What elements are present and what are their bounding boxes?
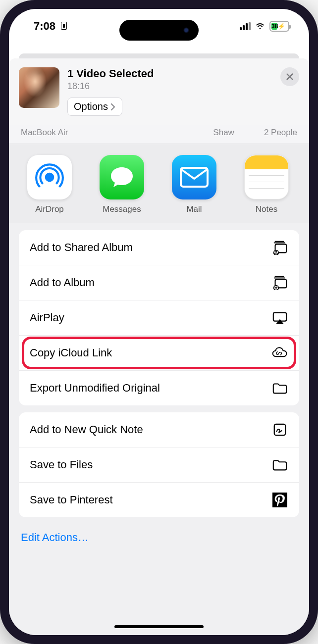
airdrop-target-label: MacBook Air (21, 128, 68, 137)
airdrop-targets-row[interactable]: MacBook Air Shaw 2 People (9, 125, 309, 144)
status-right: 38⚡ (240, 21, 289, 32)
app-airdrop[interactable]: AirDrop (18, 155, 81, 214)
add-album-icon (271, 275, 288, 290)
action-label: Save to Files (30, 458, 93, 471)
side-button (0, 119, 1, 139)
action-label: Add to Album (30, 276, 95, 289)
app-label: AirDrop (18, 204, 81, 214)
svg-point-4 (275, 251, 277, 252)
media-thumbnail[interactable] (19, 67, 59, 108)
messages-icon (100, 155, 144, 199)
chevron-right-icon (110, 103, 116, 111)
dynamic-island (119, 20, 199, 41)
action-add-shared-album[interactable]: Add to Shared Album (19, 230, 299, 265)
airdrop-target-label: 2 People (264, 128, 297, 137)
apps-row[interactable]: AirDrop Messages Mail (9, 144, 309, 223)
screen: 7:08 38⚡ 1 Video Selected 18:16 (9, 9, 309, 635)
action-label: Copy iCloud Link (30, 347, 112, 359)
wifi-icon (255, 21, 265, 32)
action-airplay[interactable]: AirPlay (19, 300, 299, 336)
battery-icon: 38⚡ (269, 21, 289, 32)
options-label: Options (74, 101, 108, 112)
close-button[interactable] (280, 67, 299, 86)
status-time-wrap: 7:08 (34, 20, 67, 33)
phone-frame: 7:08 38⚡ 1 Video Selected 18:16 (0, 0, 318, 644)
actions-wrap: Add to Shared Album Add to Album AirPlay… (9, 223, 309, 558)
action-save-files[interactable]: Save to Files (19, 447, 299, 483)
pinterest-icon (271, 493, 288, 507)
action-label: Export Unmodified Original (30, 382, 160, 395)
action-group: Add to New Quick Note Save to Files Save… (19, 412, 299, 517)
app-mail[interactable]: Mail (162, 155, 226, 214)
airdrop-target[interactable]: 2 People (264, 128, 297, 138)
action-label: Save to Pinterest (30, 494, 113, 506)
sheet-header: 1 Video Selected 18:16 Options (9, 58, 309, 125)
edit-actions-label: Edit Actions… (21, 531, 89, 544)
sheet-stack-indicator (19, 53, 299, 58)
options-button[interactable]: Options (67, 98, 122, 116)
header-title: 1 Video Selected (67, 67, 272, 80)
action-save-pinterest[interactable]: Save to Pinterest (19, 483, 299, 517)
action-label: Add to Shared Album (30, 241, 133, 254)
quick-note-icon (271, 422, 288, 437)
airdrop-target[interactable]: MacBook Air (21, 128, 68, 138)
volume-up-button (0, 153, 1, 191)
app-label: Mail (162, 204, 226, 214)
action-label: AirPlay (30, 311, 64, 324)
status-card-icon (61, 22, 67, 30)
header-time: 18:16 (67, 81, 272, 92)
svg-point-0 (46, 174, 53, 181)
app-label: Notes (235, 204, 298, 214)
action-add-album[interactable]: Add to Album (19, 265, 299, 300)
close-icon (285, 72, 294, 81)
app-notes[interactable]: Notes (235, 155, 298, 214)
app-messages[interactable]: Messages (90, 155, 154, 214)
airdrop-target[interactable]: Shaw (213, 128, 234, 138)
action-quick-note[interactable]: Add to New Quick Note (19, 412, 299, 447)
cellular-icon (240, 22, 251, 30)
shared-album-icon (271, 240, 288, 255)
action-group: Add to Shared Album Add to Album AirPlay… (19, 230, 299, 405)
action-copy-icloud-link[interactable]: Copy iCloud Link (19, 336, 299, 371)
airdrop-icon (27, 155, 72, 199)
status-time: 7:08 (34, 20, 55, 33)
folder-icon (271, 381, 288, 396)
action-export-original[interactable]: Export Unmodified Original (19, 371, 299, 405)
home-indicator[interactable] (114, 625, 204, 628)
mail-icon (172, 155, 216, 199)
svg-rect-1 (181, 168, 208, 187)
volume-down-button (0, 198, 1, 235)
airdrop-target-label: Shaw (213, 128, 234, 137)
notes-icon (244, 155, 289, 199)
icloud-link-icon (271, 346, 288, 360)
share-sheet: 1 Video Selected 18:16 Options MacBook A… (9, 58, 309, 635)
edit-actions-link[interactable]: Edit Actions… (19, 524, 299, 548)
folder-icon (271, 457, 288, 472)
action-label: Add to New Quick Note (30, 423, 143, 436)
header-info: 1 Video Selected 18:16 Options (67, 67, 272, 116)
app-label: Messages (90, 204, 154, 214)
airplay-icon (271, 310, 288, 325)
